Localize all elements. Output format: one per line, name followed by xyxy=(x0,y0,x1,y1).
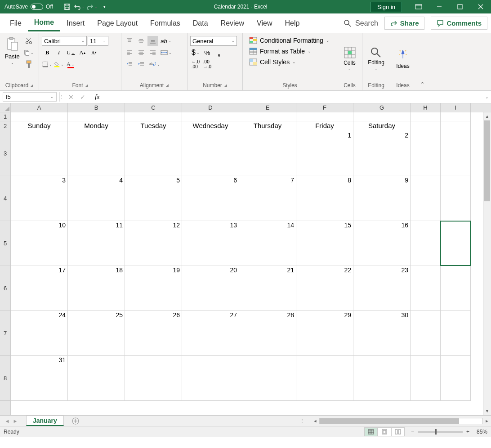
cell-D1[interactable] xyxy=(182,112,239,121)
cell-I4[interactable] xyxy=(441,176,471,221)
font-launcher-icon[interactable]: ◢ xyxy=(85,83,88,88)
cell-I2[interactable] xyxy=(441,121,471,131)
number-launcher-icon[interactable]: ◢ xyxy=(224,83,227,88)
row-header-6[interactable]: 6 xyxy=(0,266,10,311)
cell-H4[interactable] xyxy=(411,176,441,221)
row-header-1[interactable]: 1 xyxy=(0,112,10,121)
cell-H5[interactable] xyxy=(411,221,441,266)
decrease-decimal-button[interactable]: .00→.0 xyxy=(202,59,213,69)
scroll-left-button[interactable]: ◄ xyxy=(311,419,319,423)
tab-view[interactable]: View xyxy=(250,16,278,31)
calendar-day-15[interactable]: 15 xyxy=(296,221,353,266)
decrease-font-button[interactable]: A▾ xyxy=(89,48,99,58)
cell-H6[interactable] xyxy=(411,266,441,311)
name-box[interactable]: I5⌄ xyxy=(3,92,57,102)
calendar-day-26[interactable]: 26 xyxy=(125,311,182,356)
new-sheet-button[interactable] xyxy=(69,416,82,426)
tab-formulas[interactable]: Formulas xyxy=(144,16,187,31)
cell-H1[interactable] xyxy=(411,112,441,121)
wrap-text-button[interactable]: ab xyxy=(147,59,161,69)
increase-decimal-button[interactable]: ←.0.00 xyxy=(190,59,201,69)
calendar-day-24[interactable]: 24 xyxy=(11,311,68,356)
cell-I8[interactable] xyxy=(441,356,471,401)
calendar-day-3[interactable]: 3 xyxy=(11,176,68,221)
cell-H7[interactable] xyxy=(411,311,441,356)
cells-button[interactable]: Cells ⌄ xyxy=(341,44,359,73)
calendar-day-10[interactable]: 10 xyxy=(11,221,68,266)
borders-button[interactable] xyxy=(42,59,53,69)
calendar-day-1[interactable]: 1 xyxy=(296,131,353,176)
editing-button[interactable]: Editing ⌄ xyxy=(365,45,387,72)
calendar-day-27[interactable]: 27 xyxy=(182,311,239,356)
cell-B3[interactable] xyxy=(68,131,125,176)
scroll-up-button[interactable]: ▲ xyxy=(483,112,491,120)
tab-insert[interactable]: Insert xyxy=(60,16,91,31)
row-header-4[interactable]: 4 xyxy=(0,176,10,221)
select-all-button[interactable] xyxy=(0,103,11,112)
column-header-C[interactable]: C xyxy=(125,103,182,112)
row-header-5[interactable]: 5 xyxy=(0,221,10,266)
calendar-day-9[interactable]: 9 xyxy=(353,176,411,221)
column-header-G[interactable]: G xyxy=(353,103,411,112)
font-color-button[interactable]: A xyxy=(65,59,76,69)
conditional-formatting-button[interactable]: Conditional Formatting⌄ xyxy=(247,36,332,45)
redo-button[interactable] xyxy=(86,1,98,12)
cell-styles-button[interactable]: Cell Styles⌄ xyxy=(247,58,332,67)
column-header-H[interactable]: H xyxy=(411,103,441,112)
calendar-day-2[interactable]: 2 xyxy=(353,131,411,176)
underline-button[interactable]: U xyxy=(65,48,76,58)
maximize-button[interactable] xyxy=(450,0,470,13)
calendar-day-30[interactable]: 30 xyxy=(353,311,411,356)
tab-review[interactable]: Review xyxy=(214,16,250,31)
align-middle-button[interactable] xyxy=(136,36,147,46)
fill-color-button[interactable] xyxy=(54,59,64,69)
calendar-day-14[interactable]: 14 xyxy=(239,221,296,266)
cell-A1[interactable] xyxy=(11,112,68,121)
cut-button[interactable] xyxy=(23,36,34,46)
cell-I5[interactable] xyxy=(441,221,471,266)
cell-I7[interactable] xyxy=(441,311,471,356)
cell-C8[interactable] xyxy=(125,356,182,401)
tell-me-search[interactable]: Search xyxy=(344,19,378,27)
sign-in-button[interactable]: Sign in xyxy=(370,2,402,12)
cell-B8[interactable] xyxy=(68,356,125,401)
close-button[interactable] xyxy=(470,0,491,13)
orientation-button[interactable]: ab xyxy=(159,36,173,46)
increase-indent-button[interactable] xyxy=(136,59,147,69)
horizontal-scroll-thumb[interactable] xyxy=(320,418,459,424)
calendar-day-31[interactable]: 31 xyxy=(11,356,68,401)
zoom-level[interactable]: 85% xyxy=(477,429,487,435)
calendar-day-8[interactable]: 8 xyxy=(296,176,353,221)
day-header-friday[interactable]: Friday xyxy=(296,121,353,131)
horizontal-scrollbar[interactable]: ◄ ► xyxy=(311,416,491,426)
comma-format-button[interactable]: , xyxy=(214,48,224,58)
day-header-wednesday[interactable]: Wednesday xyxy=(182,121,239,131)
column-header-A[interactable]: A xyxy=(11,103,68,112)
font-size-combo[interactable]: 11⌄ xyxy=(88,36,108,46)
zoom-out-button[interactable]: − xyxy=(411,429,414,435)
save-icon[interactable] xyxy=(61,1,73,12)
cells-area[interactable]: SundayMondayTuesdayWednesdayThursdayFrid… xyxy=(11,112,483,415)
ideas-button[interactable]: Ideas xyxy=(393,47,412,71)
bold-button[interactable]: B xyxy=(42,48,53,58)
calendar-day-23[interactable]: 23 xyxy=(353,266,411,311)
decrease-indent-button[interactable] xyxy=(124,59,135,69)
row-header-2[interactable]: 2 xyxy=(0,121,10,131)
paste-button[interactable]: Paste ⌄ xyxy=(3,35,22,82)
calendar-day-28[interactable]: 28 xyxy=(239,311,296,356)
calendar-day-5[interactable]: 5 xyxy=(125,176,182,221)
horizontal-scroll-track[interactable] xyxy=(319,418,483,424)
align-top-button[interactable] xyxy=(124,36,135,46)
tab-data[interactable]: Data xyxy=(187,16,214,31)
calendar-day-20[interactable]: 20 xyxy=(182,266,239,311)
increase-font-button[interactable]: A▴ xyxy=(77,48,88,58)
cell-A3[interactable] xyxy=(11,131,68,176)
align-left-button[interactable] xyxy=(124,48,135,58)
percent-format-button[interactable]: % xyxy=(202,48,213,58)
merge-button[interactable] xyxy=(159,48,173,58)
cell-F1[interactable] xyxy=(296,112,353,121)
calendar-day-4[interactable]: 4 xyxy=(68,176,125,221)
column-header-B[interactable]: B xyxy=(68,103,125,112)
calendar-day-13[interactable]: 13 xyxy=(182,221,239,266)
ribbon-display-icon[interactable] xyxy=(408,0,429,13)
